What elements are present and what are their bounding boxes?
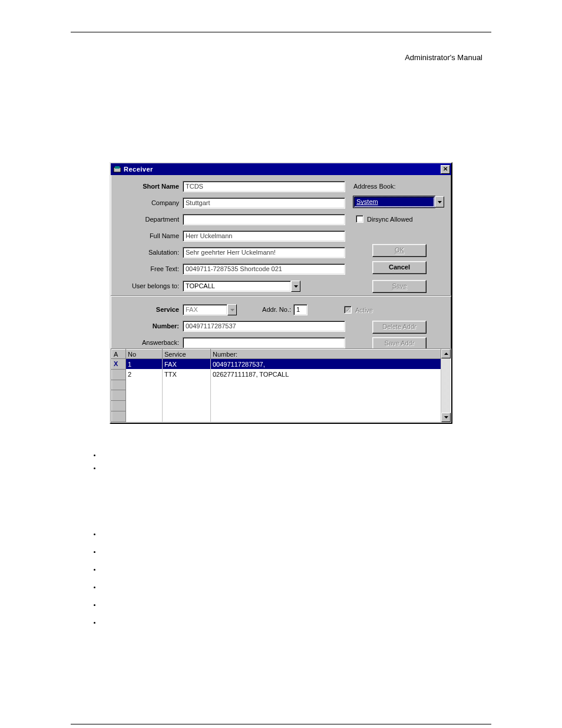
chevron-down-icon[interactable] bbox=[435, 196, 444, 207]
label-full-name: Full Name bbox=[111, 232, 179, 239]
free-text-input[interactable]: 0049711-7287535 Shortcode 021 bbox=[183, 263, 345, 275]
header-rule bbox=[71, 32, 491, 32]
addr-no-input[interactable]: 1 bbox=[293, 304, 308, 315]
svg-marker-5 bbox=[444, 353, 448, 355]
table-row[interactable]: 2 TTX 026277111187, TOPCALL bbox=[112, 369, 441, 380]
table-row[interactable] bbox=[112, 380, 441, 390]
footer-rule bbox=[71, 724, 491, 724]
address-book-combo[interactable]: System bbox=[353, 196, 444, 207]
dirsync-label: Dirsync Allowed bbox=[367, 216, 413, 223]
bullet-list-1 bbox=[78, 451, 491, 469]
table-header-row: A No Service Number: bbox=[112, 350, 441, 359]
receiver-dialog: Receiver ✕ Short Name TCDS Company Stutt… bbox=[110, 162, 452, 424]
user-belongs-combo[interactable]: TOPCALL bbox=[183, 281, 300, 292]
svg-marker-2 bbox=[294, 285, 298, 288]
delete-addr-button[interactable]: Delete Addr bbox=[372, 321, 427, 334]
app-icon bbox=[113, 165, 121, 173]
dirsync-checkbox[interactable]: Dirsync Allowed bbox=[356, 215, 413, 223]
short-name-input[interactable]: TCDS bbox=[183, 181, 345, 192]
close-icon[interactable]: ✕ bbox=[441, 165, 450, 174]
salutation-input[interactable]: Sehr geehrter Herr Uckelmann! bbox=[183, 247, 345, 258]
label-free-text: Free Text: bbox=[111, 265, 179, 272]
scrollbar-track[interactable] bbox=[441, 358, 451, 413]
active-label: Active bbox=[355, 307, 373, 314]
scroll-up-icon[interactable] bbox=[441, 349, 451, 358]
label-number: Number: bbox=[111, 322, 179, 330]
scrollbar[interactable] bbox=[441, 349, 451, 422]
dialog-title: Receiver bbox=[124, 166, 153, 173]
table-row[interactable] bbox=[112, 390, 441, 401]
col-no: No bbox=[126, 350, 163, 359]
ok-button[interactable]: OK bbox=[372, 244, 427, 257]
page-header: Administrator's Manual bbox=[405, 53, 482, 62]
table-row[interactable]: X 1 FAX 00497117287537, bbox=[112, 359, 441, 370]
label-salutation: Salutation: bbox=[111, 249, 179, 256]
checkbox-icon bbox=[356, 215, 363, 223]
col-number: Number: bbox=[211, 350, 441, 359]
label-short-name: Short Name bbox=[111, 183, 179, 190]
cancel-button[interactable]: Cancel bbox=[372, 261, 427, 274]
label-service: Service bbox=[111, 306, 179, 313]
chevron-down-icon bbox=[227, 304, 237, 315]
number-input[interactable]: 00497117287537 bbox=[183, 321, 345, 332]
company-input[interactable]: Stuttgart bbox=[183, 197, 345, 209]
table-row[interactable] bbox=[112, 411, 441, 422]
bullet-list-2 bbox=[78, 530, 491, 623]
label-company: Company bbox=[111, 199, 179, 206]
svg-marker-3 bbox=[438, 201, 442, 203]
col-service: Service bbox=[163, 350, 211, 359]
full-name-input[interactable]: Herr Uckelmann bbox=[183, 230, 345, 242]
label-department: Department bbox=[111, 216, 179, 223]
label-address-book: Address Book: bbox=[353, 183, 424, 190]
department-input[interactable] bbox=[183, 214, 345, 225]
active-checkbox: ✓ Active bbox=[344, 306, 373, 314]
svg-marker-6 bbox=[444, 416, 448, 419]
svg-rect-1 bbox=[115, 166, 120, 169]
table-row[interactable] bbox=[112, 401, 441, 411]
checkbox-icon: ✓ bbox=[344, 306, 352, 314]
col-a: A bbox=[112, 350, 126, 359]
save-button[interactable]: Save bbox=[372, 280, 427, 293]
service-combo[interactable]: FAX bbox=[183, 304, 237, 315]
answerback-input[interactable] bbox=[183, 337, 345, 348]
address-table[interactable]: A No Service Number: X 1 FAX 00497117287… bbox=[111, 348, 451, 423]
scroll-down-icon[interactable] bbox=[441, 413, 451, 422]
titlebar[interactable]: Receiver ✕ bbox=[111, 163, 451, 175]
chevron-down-icon[interactable] bbox=[291, 281, 300, 292]
label-addr-no: Addr. No.: bbox=[244, 306, 291, 313]
svg-marker-4 bbox=[230, 309, 234, 311]
label-answerback: Answerback: bbox=[111, 339, 179, 346]
label-user-belongs: User belongs to: bbox=[111, 282, 179, 289]
